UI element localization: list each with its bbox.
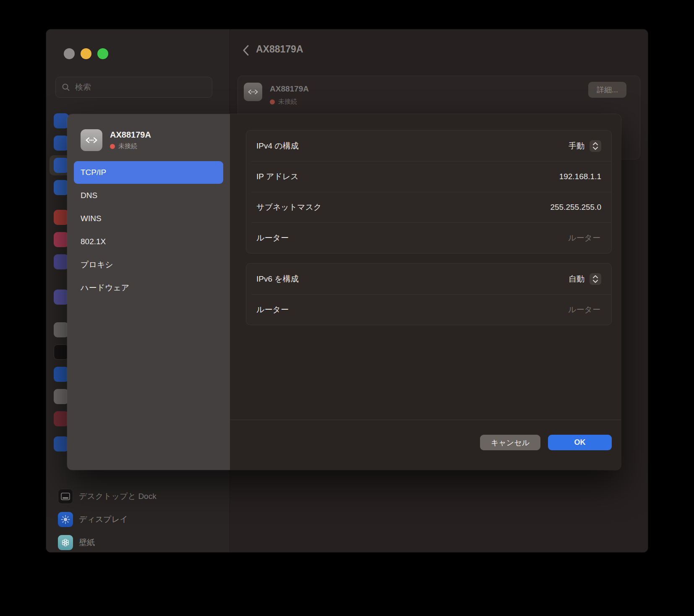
ipv4-router-field[interactable] — [501, 233, 601, 243]
adapter-name: AX88179A — [270, 84, 309, 94]
tab-dns[interactable]: DNS — [74, 184, 223, 207]
sheet-tab-list: TCP/IP DNS WINS 802.1X プロキシ ハードウェア — [74, 161, 223, 300]
sidebar-item-wallpaper[interactable]: 壁紙 — [58, 535, 95, 550]
field-label: IPv4 の構成 — [256, 141, 569, 151]
adapter-status: 未接続 — [110, 142, 151, 150]
details-button[interactable]: 詳細... — [588, 82, 626, 98]
back-button[interactable] — [238, 42, 253, 59]
search-input[interactable] — [74, 82, 206, 92]
status-text: 未接続 — [278, 98, 297, 106]
appearance-icon[interactable] — [54, 345, 69, 360]
sidebar-item-label: ディスプレイ — [79, 514, 128, 525]
ipv4-config-stepper[interactable] — [590, 140, 601, 152]
sidebar-item-desktop-dock[interactable]: デスクトップと Dock — [58, 489, 157, 504]
sidebar-item-label: デスクトップと Dock — [79, 491, 157, 502]
screen: デスクトップと Dock ディスプレイ — [0, 0, 694, 616]
ok-button[interactable]: OK — [548, 435, 612, 450]
ipv6-group: IPv6 を構成 自動 ルーター — [246, 263, 612, 325]
general-icon[interactable] — [54, 322, 69, 337]
search-field[interactable] — [55, 77, 212, 98]
subnet-mask-row: サブネットマスク 255.255.255.0 — [246, 192, 611, 222]
sheet-adapter-header: AX88179A 未接続 — [81, 129, 151, 151]
tab-hardware[interactable]: ハードウェア — [74, 277, 223, 299]
status-text: 未接続 — [118, 142, 137, 150]
close-button[interactable] — [64, 48, 75, 59]
ipv6-config-stepper[interactable] — [590, 273, 601, 285]
field-label: サブネットマスク — [256, 202, 550, 213]
control-center-icon[interactable] — [54, 389, 69, 404]
ipv4-config-row: IPv4 の構成 手動 — [246, 131, 611, 161]
adapter-name: AX88179A — [110, 130, 151, 140]
ip-address-row: IP アドレス 192.168.1.1 — [246, 161, 611, 192]
ipv4-config-value[interactable]: 手動 — [569, 141, 584, 151]
ipv4-router-row: ルーター — [246, 222, 611, 253]
traffic-lights — [64, 48, 108, 59]
ipv4-group: IPv4 の構成 手動 IP アドレス 192.168.1.1 — [246, 130, 612, 253]
field-label: ルーター — [256, 304, 501, 315]
sidebar-item-display[interactable]: ディスプレイ — [58, 512, 128, 527]
display-icon — [58, 512, 73, 527]
ethernet-adapter-icon — [244, 83, 262, 101]
tab-8021x[interactable]: 802.1X — [74, 230, 223, 253]
sheet-sidebar: AX88179A 未接続 TCP/IP DNS WINS 802.1X プロキシ… — [67, 114, 230, 470]
ipv6-config-value[interactable]: 自動 — [569, 274, 584, 285]
zoom-button[interactable] — [97, 48, 108, 59]
notifications-icon[interactable] — [54, 210, 69, 225]
wifi-icon[interactable] — [54, 113, 69, 128]
sheet-content: IPv4 の構成 手動 IP アドレス 192.168.1.1 — [230, 114, 621, 470]
ipv6-router-row: ルーター — [246, 294, 611, 325]
tab-tcpip[interactable]: TCP/IP — [74, 161, 223, 184]
accessibility-icon[interactable] — [54, 367, 69, 382]
chevron-left-icon — [243, 44, 249, 56]
siri-icon[interactable] — [54, 411, 69, 426]
status-dot — [110, 144, 115, 149]
tab-wins[interactable]: WINS — [74, 207, 223, 230]
tcpip-sheet: AX88179A 未接続 TCP/IP DNS WINS 802.1X プロキシ… — [67, 114, 621, 470]
page-title: AX88179A — [256, 44, 303, 55]
page-header: AX88179A — [230, 29, 648, 71]
tab-proxies[interactable]: プロキシ — [74, 253, 223, 276]
vpn-icon[interactable] — [54, 180, 69, 195]
field-label: ルーター — [256, 232, 501, 243]
field-label: IP アドレス — [256, 171, 559, 182]
desktop-dock-icon — [58, 489, 73, 504]
wallpaper-icon — [58, 535, 73, 550]
field-label: IPv6 を構成 — [256, 274, 569, 285]
search-icon — [62, 83, 70, 91]
ipv6-config-row: IPv6 を構成 自動 — [246, 264, 611, 294]
screen-time-icon[interactable] — [54, 290, 69, 305]
privacy-icon[interactable] — [54, 436, 69, 452]
adapter-status: 未接続 — [270, 98, 297, 106]
ethernet-adapter-icon — [81, 129, 102, 151]
network-icon[interactable] — [54, 158, 69, 173]
bluetooth-icon[interactable] — [54, 136, 69, 151]
cancel-button[interactable]: キャンセル — [480, 435, 540, 450]
subnet-mask-value[interactable]: 255.255.255.0 — [550, 203, 601, 212]
chevron-up-down-icon — [592, 274, 599, 284]
sidebar-item-label: 壁紙 — [79, 537, 95, 548]
chevron-up-down-icon — [592, 141, 599, 151]
sound-icon[interactable] — [54, 232, 69, 247]
minimize-button[interactable] — [81, 48, 91, 59]
sheet-footer: キャンセル OK — [230, 435, 612, 450]
focus-icon[interactable] — [54, 254, 69, 269]
footer-divider — [230, 420, 621, 420]
ip-address-value[interactable]: 192.168.1.1 — [559, 172, 601, 181]
ipv6-router-field[interactable] — [501, 305, 601, 315]
status-dot — [270, 99, 275, 104]
